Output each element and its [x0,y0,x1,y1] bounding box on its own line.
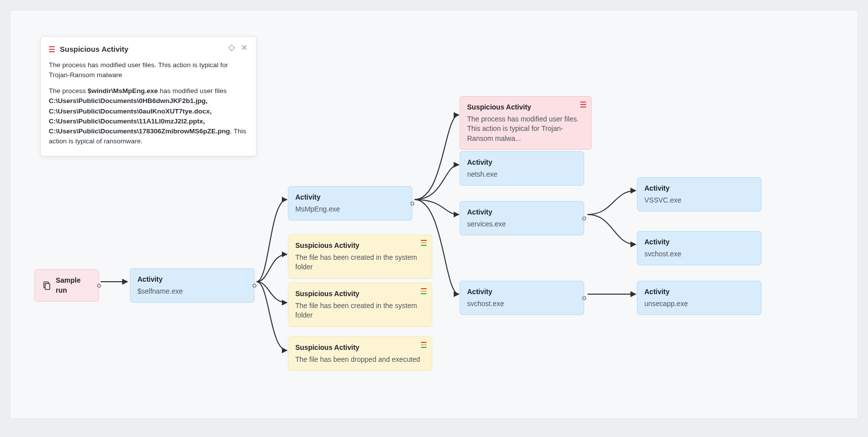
node-title: Activity [644,287,754,297]
process-tree-canvas[interactable]: Sample run Activity $selfname.exe Activi… [10,10,858,419]
svg-rect-1 [45,283,50,289]
port-out [97,284,101,288]
port-out [582,217,586,220]
port-out [252,284,256,288]
close-icon[interactable] [241,44,248,55]
node-title: Suspicious Activity [295,241,425,251]
port-out [410,202,414,206]
locate-icon[interactable] [228,44,236,55]
node-subtitle: services.exe [467,219,577,229]
sample-file-icon [42,281,52,291]
node-subtitle: VSSVC.exe [644,196,754,206]
node-activity-svchost-child[interactable]: Activity svchost.exe [637,231,761,265]
node-title: Activity [467,158,577,168]
node-subtitle: unsecapp.exe [644,299,754,309]
popover-summary: The process has modified user files. Thi… [49,60,248,81]
node-title: Activity [467,287,577,297]
node-title: Suspicious Activity [295,289,425,299]
node-subtitle: The process has modified user files. Thi… [467,114,584,144]
node-subtitle: svchost.exe [644,249,754,259]
node-activity-services[interactable]: Activity services.exe [460,201,584,235]
svg-point-2 [229,45,234,50]
severity-flag-icon [421,240,427,246]
severity-flag-icon [49,46,55,52]
node-subtitle: The file has been dropped and executed [295,355,425,365]
node-title: Suspicious Activity [467,103,584,112]
port-out [582,296,586,300]
severity-flag-icon [580,102,586,108]
node-suspicious-created-1[interactable]: Suspicious Activity The file has been cr… [288,234,432,279]
popover-title: Suspicious Activity [60,44,128,55]
node-suspicious-ransom[interactable]: Suspicious Activity The process has modi… [460,96,592,150]
node-subtitle: netsh.exe [467,170,577,180]
node-activity-selfname[interactable]: Activity $selfname.exe [130,268,254,303]
node-subtitle: MsMpEng.exe [295,205,405,215]
node-title: Activity [644,184,754,194]
node-subtitle: The file has been created in the system … [295,253,425,272]
node-suspicious-created-2[interactable]: Suspicious Activity The file has been cr… [288,283,432,327]
node-title: Activity [137,275,247,285]
detail-popover: Suspicious Activity The process has modi… [40,36,256,156]
popover-detail: The process $windir\MsMpEng.exe has modi… [49,86,248,147]
severity-flag-icon [421,288,427,294]
node-activity-unsecapp[interactable]: Activity unsecapp.exe [637,281,761,315]
node-title: Activity [467,208,577,218]
node-subtitle: $selfname.exe [137,287,247,297]
node-activity-msmpeng[interactable]: Activity MsMpEng.exe [288,186,412,220]
node-subtitle: svchost.exe [467,299,577,309]
node-title: Activity [295,193,405,203]
node-suspicious-dropped[interactable]: Suspicious Activity The file has been dr… [288,336,432,371]
node-activity-netsh[interactable]: Activity netsh.exe [460,151,584,186]
node-sample-run[interactable]: Sample run [34,269,99,302]
node-activity-vssvc[interactable]: Activity VSSVC.exe [637,177,761,212]
severity-flag-icon [421,342,427,348]
node-title: Suspicious Activity [295,343,425,353]
node-activity-svchost[interactable]: Activity svchost.exe [460,281,584,315]
node-subtitle: The file has been created in the system … [295,301,425,321]
node-title: Activity [644,237,754,247]
node-title: Sample run [56,276,92,295]
